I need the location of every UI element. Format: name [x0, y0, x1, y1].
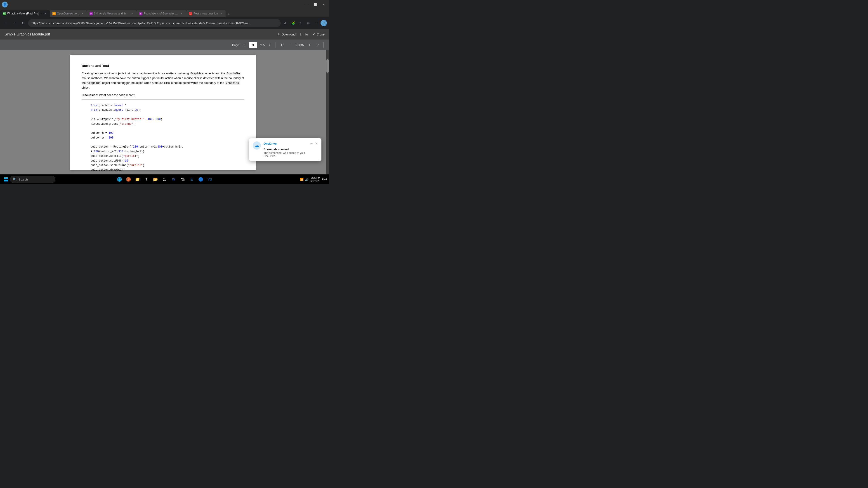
pdf-action-buttons: ⬇ Download ℹ Info ✕ Close	[278, 33, 324, 36]
onedrive-top-right: ⋯ ✕	[310, 141, 318, 146]
code-line-1: from graphics import *	[91, 103, 244, 108]
pdf-divider	[82, 99, 244, 100]
tab-favicon-3: P	[90, 12, 93, 15]
taskbar-chrome-icon[interactable]: 🔵	[197, 175, 205, 184]
pdf-title: Simple Graphics Module.pdf	[4, 32, 50, 36]
new-tab-button[interactable]: ＋	[225, 11, 232, 17]
cloud-icon: ☁	[254, 143, 259, 148]
tab-close-3[interactable]: ✕	[130, 12, 134, 15]
page-label: Page	[232, 43, 239, 47]
close-button[interactable]: ✕	[320, 1, 327, 8]
taskbar-edge2-icon[interactable]: E	[188, 175, 196, 184]
code-line-11: P(200+button_w/2,310-button_h/2))	[91, 149, 244, 154]
minimize-button[interactable]: —	[303, 1, 310, 8]
tab-close-4[interactable]: ✕	[180, 12, 184, 15]
discussion-text: What does the code mean?	[99, 93, 135, 97]
pdf-heading: Buttons and Text	[82, 64, 244, 68]
browser-window: 👤 — ⬜ ✕ W Whack-a-Mole! (Final Project) …	[0, 0, 329, 184]
tab-foundations[interactable]: F Foundations of Geometry - 9780... ✕	[136, 10, 186, 17]
pdf-scrollbar-right[interactable]	[326, 50, 329, 174]
start-button[interactable]	[2, 175, 10, 184]
tab-close-1[interactable]: ✕	[43, 12, 47, 15]
tab-whack-a-mole[interactable]: W Whack-a-Mole! (Final Project) ✕	[0, 10, 50, 17]
taskbar: 🔍 Search 🌐 🏀 📁 T 📂 🗂 W 🛍 E 🔵 VS 📶 🔊 5:55…	[0, 174, 329, 184]
network-icon[interactable]: 📶	[300, 178, 304, 181]
search-icon: 🔍	[13, 177, 17, 181]
favorites-icon[interactable]: ☆	[298, 20, 304, 26]
code-inline-graphwin: GraphWin	[226, 72, 241, 75]
onedrive-top: OneDrive ⋯ ✕	[264, 141, 318, 146]
svg-rect-1	[6, 177, 8, 179]
back-button[interactable]: ←	[2, 20, 9, 27]
tab-label-5: Post a new question	[193, 12, 218, 15]
taskbar-folder-icon[interactable]: 📁	[133, 175, 142, 184]
pdf-main[interactable]: Buttons and Text Creating buttons or oth…	[0, 50, 326, 174]
taskbar-store-icon[interactable]: 🛍	[179, 175, 187, 184]
code-line-3	[91, 112, 244, 117]
tab-favicon-4: F	[139, 12, 143, 15]
close-pdf-button[interactable]: ✕ Close	[312, 33, 324, 36]
fullscreen-button[interactable]: ⤢	[314, 42, 321, 48]
page-number-input[interactable]	[249, 42, 257, 48]
taskbar-edge-icon[interactable]: 🌐	[115, 175, 123, 184]
tab-angle-measure[interactable]: P 3.4: Angle Measure and the Prot... ✕	[87, 10, 136, 17]
tab-favicon-1: W	[3, 12, 6, 15]
tab-close-5[interactable]: ✕	[219, 12, 223, 15]
tab-post-question[interactable]: C Post a new question ✕	[186, 10, 225, 17]
profile-icon[interactable]: 👤	[2, 2, 8, 7]
tab-favicon-2: O	[53, 12, 56, 15]
share-icon[interactable]: ⋯	[313, 20, 319, 26]
taskbar-vscode-icon[interactable]: VS	[206, 175, 214, 184]
zoom-out-button[interactable]: −	[287, 42, 294, 48]
pdf-toolbar: Simple Graphics Module.pdf ⬇ Download ℹ …	[0, 29, 329, 40]
reader-mode-icon[interactable]: A	[282, 20, 288, 26]
code-line-13: quit_button.setWidth(10)	[91, 159, 244, 163]
zoom-in-button[interactable]: +	[306, 42, 313, 48]
tab-close-2[interactable]: ✕	[81, 12, 84, 15]
maximize-button[interactable]: ⬜	[311, 1, 319, 8]
onedrive-title: Screenshot saved	[264, 148, 318, 151]
code-line-16	[91, 172, 244, 174]
onedrive-brand: OneDrive	[264, 142, 277, 145]
taskbar-files-icon[interactable]: 📂	[151, 175, 160, 184]
download-button[interactable]: ⬇ Download	[278, 33, 296, 36]
taskbar-explorer-icon[interactable]: 🗂	[160, 175, 168, 184]
clock[interactable]: 5:55 PM 6/1/2023	[310, 176, 320, 183]
svg-rect-3	[6, 180, 8, 182]
next-page-button[interactable]: ›	[267, 42, 273, 48]
reload-button[interactable]: ↻	[20, 20, 27, 27]
extensions-icon[interactable]: 🧩	[290, 20, 296, 26]
time-display: 5:55 PM	[310, 176, 320, 180]
collections-icon[interactable]: ⧉	[305, 20, 311, 26]
onedrive-notification: ☁ OneDrive ⋯ ✕ Screenshot saved The scre…	[249, 138, 321, 161]
taskbar-word-icon[interactable]: W	[169, 175, 178, 184]
onedrive-close-button[interactable]: ✕	[315, 141, 318, 146]
code-line-4: win = GraphWin("My first button!", 400, …	[91, 117, 244, 122]
info-icon: ℹ	[300, 33, 301, 36]
code-line-12: quit_button.setFill("purple1")	[91, 154, 244, 158]
tab-opengameart[interactable]: O OpenGameArt.org ✕	[50, 10, 87, 17]
onedrive-more-button[interactable]: ⋯	[310, 141, 313, 146]
date-display: 6/1/2023	[310, 180, 320, 183]
code-inline-graphics3: Graphics	[225, 81, 240, 85]
taskbar-teams-icon[interactable]: T	[143, 175, 151, 184]
address-input[interactable]	[28, 19, 281, 27]
code-line-8: button_w = 200	[91, 135, 244, 140]
close-pdf-icon: ✕	[312, 33, 315, 36]
refresh-pdf-button[interactable]: ↻	[278, 41, 286, 48]
taskbar-basketball-icon[interactable]: 🏀	[124, 175, 132, 184]
code-line-14: quit_button.setOutline("purple3")	[91, 163, 244, 168]
prev-page-button[interactable]: ‹	[241, 42, 247, 48]
tab-favicon-5: C	[189, 12, 192, 15]
forward-button[interactable]: →	[11, 20, 18, 27]
taskbar-search-bar[interactable]: 🔍 Search	[10, 176, 55, 183]
profile-badge[interactable]: 12	[320, 20, 327, 26]
info-button[interactable]: ℹ Info	[300, 33, 308, 36]
volume-icon[interactable]: 🔊	[305, 178, 309, 181]
scrollbar-thumb[interactable]	[327, 59, 329, 73]
code-line-15: quit_button.draw(win)	[91, 168, 244, 172]
search-label: Search	[19, 178, 28, 181]
discussion-prefix: Discussion:	[82, 93, 98, 97]
onedrive-icon: ☁	[253, 141, 261, 150]
page-total: of 5	[260, 43, 265, 47]
